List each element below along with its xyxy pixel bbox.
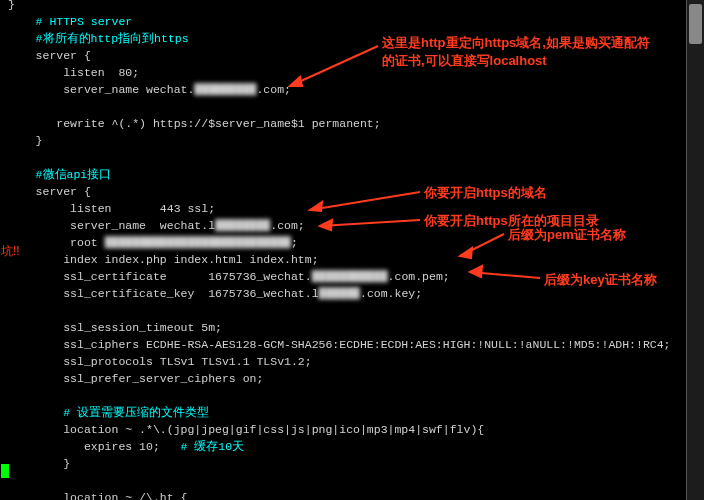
code-block: } # HTTPS server #将所有的http指向到https serve… [8, 0, 671, 500]
scrollbar-thumb[interactable] [689, 4, 702, 44]
scrollbar-track[interactable] [686, 0, 704, 500]
